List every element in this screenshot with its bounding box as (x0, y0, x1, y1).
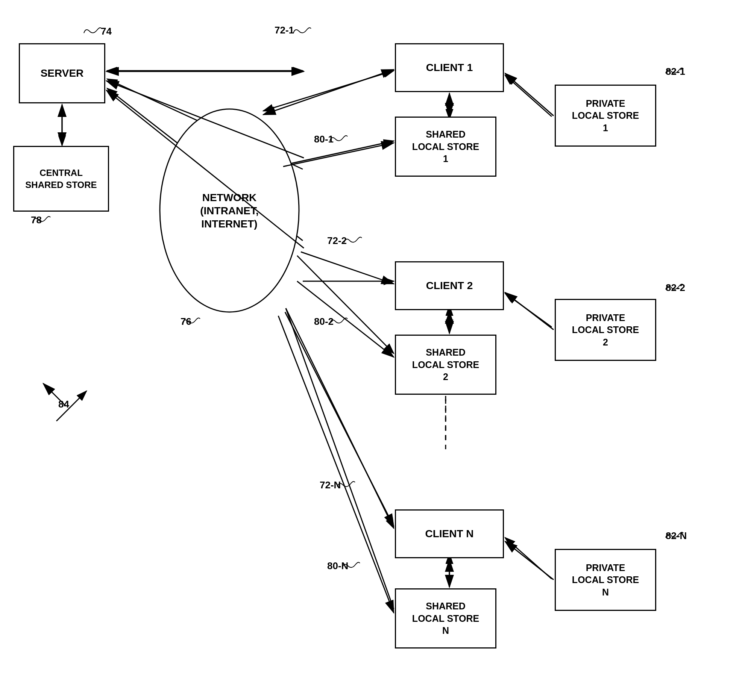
private-local-store-1-box: PRIVATELOCAL STORE1 (555, 85, 656, 147)
network-ellipse: NETWORK (INTRANET, INTERNET) (156, 105, 303, 316)
squiggle-74 (82, 26, 103, 37)
svg-line-6 (286, 308, 394, 528)
svg-line-12 (505, 293, 552, 327)
squiggle-72-2 (342, 235, 363, 246)
private-local-store-2-box: PRIVATELOCAL STORE2 (555, 299, 656, 361)
svg-line-13 (505, 538, 552, 579)
squiggle-76 (181, 316, 201, 327)
shared-local-store-N-box: SHAREDLOCAL STOREN (395, 588, 496, 648)
svg-line-40 (505, 293, 553, 330)
svg-line-36 (505, 73, 553, 116)
svg-text:(INTRANET,: (INTRANET, (200, 205, 259, 217)
server-box: SERVER (19, 43, 105, 103)
shared-local-store-2-box: SHAREDLOCAL STORE2 (395, 335, 496, 395)
private-local-store-N-box: PRIVATELOCAL STOREN (555, 549, 656, 611)
svg-text:INTERNET): INTERNET) (201, 218, 257, 230)
svg-line-42 (285, 312, 394, 526)
svg-line-17 (297, 256, 394, 353)
client1-box: CLIENT 1 (395, 43, 504, 92)
arrow-84-svg (49, 383, 94, 428)
svg-line-11 (505, 75, 552, 117)
squiggle-80-2 (328, 316, 349, 327)
svg-line-25 (56, 391, 87, 421)
svg-line-15 (263, 71, 394, 111)
svg-line-37 (301, 252, 394, 284)
svg-text:NETWORK: NETWORK (202, 192, 257, 203)
squiggle-82-2 (664, 282, 684, 293)
squiggle-72-N (336, 479, 356, 490)
network-ellipse-svg: NETWORK (INTRANET, INTERNET) (156, 105, 303, 316)
squiggle-80-1 (328, 134, 349, 145)
squiggle-78 (31, 214, 52, 226)
squiggle-80-N (341, 560, 361, 571)
client2-box: CLIENT 2 (395, 261, 504, 310)
central-shared-store-box: CENTRALSHARED STORE (13, 146, 109, 212)
shared-local-store-1-box: SHAREDLOCAL STORE1 (395, 117, 496, 177)
diagram-container: SERVER CENTRALSHARED STORE NETWORK (INTR… (0, 0, 748, 700)
svg-line-45 (505, 541, 553, 580)
squiggle-82-1 (664, 66, 684, 77)
clientN-box: CLIENT N (395, 509, 504, 558)
squiggle-72-1 (292, 26, 312, 37)
squiggle-82-N (664, 530, 684, 541)
